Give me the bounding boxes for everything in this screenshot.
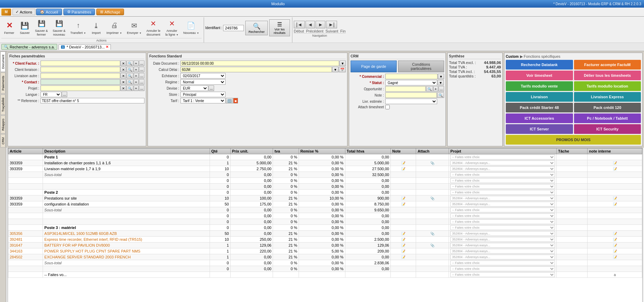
cell-projet[interactable]: 352804 - Advensys:easys... — [449, 166, 557, 172]
cell-note[interactable]: 📝 — [391, 231, 416, 237]
livraison-express-button[interactable]: Livraison Express — [574, 92, 641, 102]
langue-more[interactable]: ... — [62, 92, 67, 97]
client-factur-add[interactable]: + — [134, 61, 139, 66]
tab-close-icon[interactable]: ✕ — [106, 45, 108, 49]
client-factur-clear[interactable]: ✕ — [121, 61, 126, 66]
opp-more[interactable]: ... — [439, 86, 444, 92]
affichage-menu-item[interactable]: ⊞ Affichage — [96, 9, 124, 15]
client-factur-input[interactable] — [41, 61, 120, 66]
ict-server-button[interactable]: ICT Server — [506, 124, 573, 134]
parametres-menu-item[interactable]: ⚙ Paramètres — [63, 9, 95, 15]
devise-select[interactable]: EUR — [180, 85, 208, 91]
nouveau-button[interactable]: 📄 Nouveau ▼ — [181, 17, 201, 38]
langue-select[interactable]: FR — [41, 92, 61, 97]
pc-notebook-button[interactable]: Pc / Notebook / Tablett — [574, 113, 641, 123]
statut-select[interactable]: Gagné — [385, 80, 437, 85]
cell-projet[interactable]: -- Faites votre choix — [449, 260, 557, 266]
sauver-button[interactable]: 💾 Sauver — [17, 17, 33, 38]
client-factur-search[interactable]: 🔍 — [126, 61, 133, 66]
tarifs-vente-button[interactable]: Tarifs modullo vente — [506, 81, 573, 91]
conditions-button[interactable]: Conditions particulières — [398, 61, 444, 72]
cell-projet[interactable]: -- Faites votre choix — [449, 154, 557, 160]
pack-credit-120-button[interactable]: Pack crédit 120 — [574, 103, 641, 112]
contact-input[interactable] — [41, 79, 120, 85]
tarif-color[interactable]: ■ — [233, 98, 238, 103]
la-clear[interactable]: ✕ — [121, 73, 126, 79]
la-more[interactable]: ... — [139, 73, 144, 79]
page-garde-button[interactable]: Page de garde — [351, 61, 397, 72]
calcul-delai-input[interactable] — [180, 67, 332, 72]
la-add[interactable]: + — [134, 73, 139, 79]
fin-button[interactable]: ►| — [326, 21, 337, 28]
cell-projet[interactable]: -- Faites votre choix — [449, 272, 557, 278]
cell-projet[interactable]: -- Faites votre choix — [449, 172, 557, 178]
cell-note-interne[interactable]: 📝 — [588, 237, 642, 242]
date-doc-pick[interactable]: ▼ — [339, 61, 346, 66]
store-select[interactable]: Principal — [180, 92, 226, 97]
cell-note[interactable]: 📝 — [391, 254, 416, 260]
sauver-nouveau-button[interactable]: 💾 Sauver &nouveau — [50, 17, 68, 38]
cell-note-interne[interactable]: 📝 — [588, 248, 642, 254]
cell-note[interactable]: 📝 — [391, 160, 416, 166]
contact-add[interactable]: + — [134, 79, 139, 85]
cell-note[interactable]: 📝 — [391, 166, 416, 172]
statut-dropdown[interactable]: ▼ — [438, 80, 444, 85]
side-tab-tracabilite[interactable]: Traçabilité — [0, 94, 6, 115]
cell-note-interne[interactable]: 📝 — [588, 231, 642, 237]
cell-note-interne[interactable]: 📝 — [588, 242, 642, 248]
ict-accessories-button[interactable]: ICT Accessories — [506, 113, 573, 123]
voir-timesheet-button[interactable]: Voir timesheet — [506, 71, 573, 80]
cell-note[interactable]: 📝 — [391, 201, 416, 207]
delier-timesheets-button[interactable]: Délier tous les timesheets — [574, 71, 641, 80]
contact-clear[interactable]: ✕ — [121, 79, 126, 85]
proj-add[interactable]: + — [134, 85, 139, 91]
actions-menu-item[interactable]: ✓ ✓ Actions Actions — [12, 9, 35, 15]
tarif-calc[interactable]: 🔢 — [226, 98, 233, 103]
contact-more[interactable]: ... — [139, 79, 144, 85]
opp-search[interactable]: 🔍 — [426, 86, 433, 92]
cell-note-interne[interactable]: 📝 — [588, 166, 642, 172]
cl-clear[interactable]: ✕ — [121, 67, 126, 72]
reference-input[interactable] — [41, 98, 144, 103]
side-tab-crm[interactable]: CRM — [0, 134, 6, 148]
note-more[interactable]: 🔍 — [437, 92, 444, 98]
comm-more[interactable]: ▼ — [438, 74, 444, 79]
client-livraison-input[interactable] — [41, 67, 120, 72]
expand-icon[interactable]: ▶ — [520, 54, 523, 58]
voir-resultats-button[interactable]: ☰ Voir lesrésultats — [269, 19, 290, 36]
cell-projet[interactable]: -- Faites votre choix — [449, 207, 557, 213]
cell-attach[interactable]: 📎 — [416, 242, 449, 248]
regime-select[interactable]: Normal — [180, 79, 226, 85]
cell-projet[interactable]: -- Faites votre choix — [449, 178, 557, 184]
devise-more[interactable]: ... — [209, 85, 214, 91]
cell-projet[interactable]: 352804 - Advensys:easys... — [449, 242, 557, 248]
cell-article[interactable]: 305356 — [8, 231, 43, 237]
ict-security-button[interactable]: ICT Security — [574, 124, 641, 134]
side-tab-reappro[interactable]: Réappro — [0, 116, 6, 134]
search-button[interactable]: 🔍 Rechercher — [245, 21, 268, 35]
commercial-input[interactable] — [385, 74, 438, 79]
cell-projet[interactable]: -- Faites votre choix — [449, 190, 557, 195]
imprimer-button[interactable]: 🖨 Imprimer ▼ — [104, 17, 124, 38]
annuler-document-button[interactable]: ✕ Annuler ledocument — [144, 17, 163, 38]
recherche-datatank-button[interactable]: Recherche Datatank — [506, 60, 573, 70]
cl-add[interactable]: + — [134, 67, 139, 72]
cell-note[interactable]: 📝 — [391, 195, 416, 201]
breadcrumb-search[interactable]: 🔍 Recherche - advensys s.a. — [1, 44, 57, 50]
cell-projet[interactable]: 352804 - Advensys:easys... — [449, 248, 557, 254]
cell-note-interne[interactable]: 📝 — [588, 195, 642, 201]
import-button[interactable]: ⤓ Import — [88, 17, 104, 38]
annuler-ligne-button[interactable]: ✕ Annulerla ligne ▼ — [163, 17, 181, 38]
cell-projet[interactable]: 352804 - Advensys:easys... — [449, 254, 557, 260]
cell-projet[interactable]: 352804 - Advensys:easys... — [449, 237, 557, 242]
cell-note[interactable]: 📝 — [391, 242, 416, 248]
identifier-input[interactable] — [223, 25, 244, 31]
cell-article[interactable]: 284502 — [8, 254, 43, 260]
cell-attach[interactable]: 📎 — [416, 231, 449, 237]
la-search[interactable]: 🔍 — [126, 73, 133, 79]
cl-search[interactable]: 🔍 — [126, 67, 133, 72]
tarifs-location-button[interactable]: Tarifs modullo location — [574, 81, 641, 91]
debut-button[interactable]: |◄ — [294, 21, 305, 28]
livraison-autre-input[interactable] — [41, 73, 120, 79]
breadcrumb-tab-devisv[interactable]: 1 * DevisV - 20160713... ✕ — [59, 44, 111, 50]
